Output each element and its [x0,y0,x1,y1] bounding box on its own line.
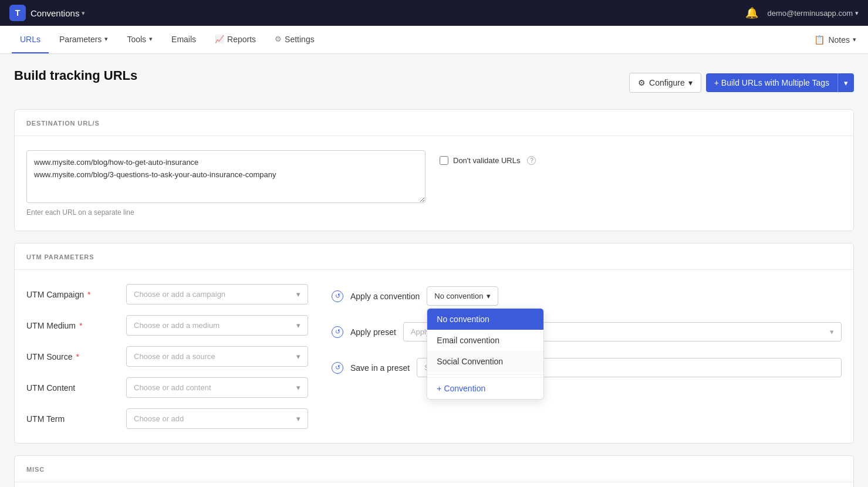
convention-chevron-icon: ▾ [487,292,491,300]
utm-term-row: UTM Term Choose or add ▾ [26,408,308,429]
utm-term-chevron-icon: ▾ [296,414,300,423]
reports-chart-icon: 📈 [215,35,224,43]
convention-col: ↺ Apply a convention No convention ▾ No … [332,284,842,429]
utm-content-label: UTM Content [26,383,126,393]
utm-source-chevron-icon: ▾ [296,352,300,361]
convention-option-social[interactable]: Social Convention [427,351,543,372]
nav-items: URLs Parameters ▾ Tools ▾ Emails 📈 Repor… [12,26,323,53]
misc-section-header: MISC [15,456,853,482]
utm-campaign-select[interactable]: Choose or add a campaign ▾ [126,284,308,305]
validate-info-icon[interactable]: ? [527,156,536,165]
url-textarea[interactable]: www.mysite.com/blog/how-to-get-auto-insu… [26,150,425,203]
configure-chevron-icon: ▾ [688,78,693,87]
utm-source-label: UTM Source * [26,352,126,361]
settings-gear-icon: ⚙ [275,35,282,43]
convention-dropdown-divider [427,374,543,375]
preset-chevron-icon: ▾ [830,327,834,336]
destination-section-label: DESTINATION URL/S [26,120,100,127]
nav-right: 📋 Notes ▾ [814,35,856,45]
misc-section-body: Redirect Codes [15,482,853,487]
utm-medium-required: * [79,321,82,330]
app-logo[interactable]: T [9,5,26,21]
topbar-left: T Conventions ▾ [9,5,85,21]
nav-item-reports[interactable]: 📈 Reports [207,26,264,53]
notification-bell-icon[interactable]: 🔔 [745,6,758,19]
destination-section-body: www.mysite.com/blog/how-to-get-auto-insu… [15,136,853,231]
utm-campaign-label: UTM Campaign * [26,290,126,299]
utm-medium-chevron-icon: ▾ [296,321,300,330]
url-hint: Enter each URL on a separate line [26,208,425,217]
dont-validate-checkbox[interactable] [440,156,448,165]
build-chevron-icon: ▾ [844,79,848,87]
nav-item-tools[interactable]: Tools ▾ [119,26,161,53]
utm-section-header: UTM PARAMETERS [15,244,853,270]
destination-side: Don't validate URLs ? [440,150,536,165]
app-name[interactable]: Conventions ▾ [31,8,85,18]
convention-add-new[interactable]: + Convention [427,377,543,399]
user-menu[interactable]: demo@terminusapp.com ▾ [768,9,859,18]
destination-row: www.mysite.com/blog/how-to-get-auto-insu… [26,150,842,217]
main-nav: URLs Parameters ▾ Tools ▾ Emails 📈 Repor… [0,26,868,54]
main-content: Build tracking URLs ⚙ Configure ▾ + Buil… [0,54,868,487]
utm-source-select[interactable]: Choose or add a source ▾ [126,346,308,367]
utm-campaign-required: * [87,290,90,299]
utm-content-row: UTM Content Choose or add content ▾ [26,377,308,398]
convention-option-email[interactable]: Email convention [427,330,543,351]
nav-item-settings[interactable]: ⚙ Settings [266,26,323,53]
notes-book-icon: 📋 [814,35,825,45]
utm-params-col: UTM Campaign * Choose or add a campaign … [26,284,308,429]
utm-medium-select[interactable]: Choose or add a medium ▾ [126,315,308,336]
misc-section-label: MISC [26,466,45,473]
convention-selector-wrapper: No convention ▾ No convention Email conv… [427,286,498,306]
apply-preset-label: Apply preset [350,327,396,337]
convention-dropdown-menu: No convention Email convention Social Co… [427,308,544,400]
validate-label: Don't validate URLs [453,156,520,165]
misc-section: MISC Redirect Codes [14,455,854,487]
apply-preset-icon[interactable]: ↺ [332,326,343,338]
utm-term-select[interactable]: Choose or add ▾ [126,408,308,429]
validate-row: Don't validate URLs ? [440,156,536,165]
nav-item-parameters[interactable]: Parameters ▾ [51,26,116,53]
tools-chevron-icon: ▾ [149,35,153,43]
convention-option-no-convention[interactable]: No convention [427,309,543,330]
notes-button[interactable]: 📋 Notes ▾ [814,35,856,45]
utm-campaign-row: UTM Campaign * Choose or add a campaign … [26,284,308,305]
utm-section: UTM PARAMETERS UTM Campaign * Choose or … [14,243,854,444]
convention-select-button[interactable]: No convention ▾ [427,286,498,306]
utm-section-label: UTM PARAMETERS [26,253,94,261]
save-preset-label: Save in a preset [350,363,410,373]
parameters-chevron-icon: ▾ [104,35,108,43]
destination-main: www.mysite.com/blog/how-to-get-auto-insu… [26,150,425,217]
nav-item-emails[interactable]: Emails [163,26,204,53]
save-preset-icon[interactable]: ↺ [332,362,343,374]
utm-section-body: UTM Campaign * Choose or add a campaign … [15,270,853,443]
nav-item-urls[interactable]: URLs [12,26,49,53]
apply-convention-label: Apply a convention [350,292,420,301]
utm-content-chevron-icon: ▾ [296,383,300,392]
utm-source-row: UTM Source * Choose or add a source ▾ [26,346,308,367]
utm-source-required: * [76,352,79,361]
utm-convention-layout: UTM Campaign * Choose or add a campaign … [26,284,842,429]
configure-button[interactable]: ⚙ Configure ▾ [629,73,701,93]
destination-section: DESTINATION URL/S www.mysite.com/blog/ho… [14,109,854,231]
destination-section-header: DESTINATION URL/S [15,110,853,136]
save-preset-row: ↺ Save in a preset Save UTM tags as pres… [332,358,842,377]
build-urls-button[interactable]: + Build URLs with Multiple Tags [706,73,837,92]
apply-preset-row: ↺ Apply preset Apply preset... ▾ [332,322,842,341]
utm-campaign-chevron-icon: ▾ [296,290,300,299]
build-urls-dropdown-button[interactable]: ▾ [837,73,854,92]
page-title: Build tracking URLs [14,68,137,83]
build-button-group: + Build URLs with Multiple Tags ▾ [706,73,854,92]
apply-convention-icon[interactable]: ↺ [332,290,343,302]
utm-medium-row: UTM Medium * Choose or add a medium ▾ [26,315,308,336]
topbar-right: 🔔 demo@terminusapp.com ▾ [745,6,859,19]
configure-gear-icon: ⚙ [638,78,646,87]
apply-convention-row: ↺ Apply a convention No convention ▾ No … [332,286,842,306]
utm-medium-label: UTM Medium * [26,321,126,330]
utm-term-label: UTM Term [26,414,126,424]
topbar: T Conventions ▾ 🔔 demo@terminusapp.com ▾ [0,0,868,26]
utm-content-select[interactable]: Choose or add content ▾ [126,377,308,398]
